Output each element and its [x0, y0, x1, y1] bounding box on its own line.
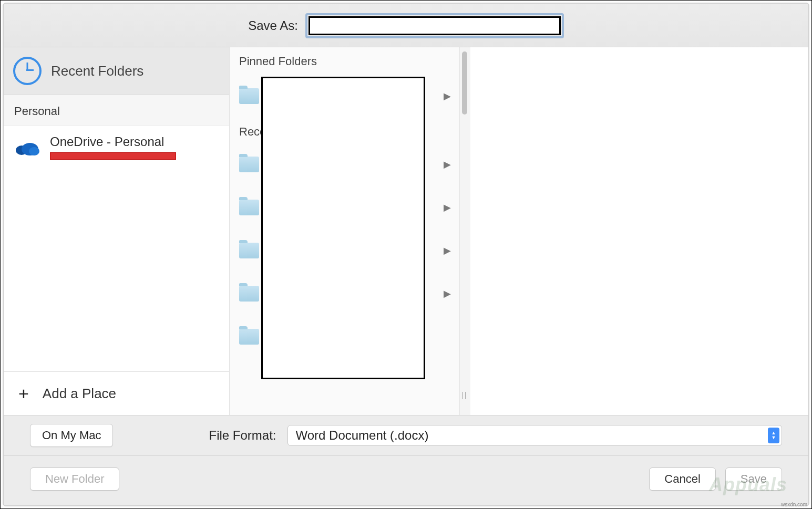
sidebar-section-personal: Personal [4, 95, 229, 126]
sidebar-spacer [4, 168, 229, 371]
folder-icon [239, 157, 259, 172]
save-as-label: Save As: [248, 18, 298, 33]
save-button[interactable]: Save [725, 468, 782, 491]
folder-icon [239, 88, 259, 104]
sidebar-item-onedrive[interactable]: OneDrive - Personal [4, 126, 229, 168]
filename-input[interactable] [309, 16, 561, 35]
add-place-label: Add a Place [43, 386, 116, 402]
preview-panel [470, 47, 808, 415]
sidebar: Recent Folders Personal OneDrive - Perso… [4, 47, 230, 415]
on-my-mac-button[interactable]: On My Mac [30, 424, 113, 447]
dialog-inner: Save As: Recent Folders Personal [3, 3, 809, 506]
resize-handle-icon: || [461, 391, 467, 399]
recent-folders-label: Recent Folders [51, 63, 143, 79]
folder-icon [239, 243, 259, 258]
pinned-folders-header: Pinned Folders [230, 47, 459, 75]
sidebar-item-recent-folders[interactable]: Recent Folders [4, 47, 229, 95]
save-as-header: Save As: [4, 4, 808, 47]
folder-column: Pinned Folders ▶ Rece ▶ ▶ [230, 47, 460, 415]
file-format-value: Word Document (.docx) [295, 428, 428, 443]
file-format-select[interactable]: Word Document (.docx) ▲▼ [287, 425, 782, 446]
select-caret-icon: ▲▼ [768, 428, 779, 443]
redaction-overlay [261, 77, 425, 379]
redacted-account [50, 152, 176, 160]
cancel-button[interactable]: Cancel [649, 468, 715, 491]
chevron-right-icon: ▶ [444, 202, 451, 213]
chevron-right-icon: ▶ [444, 159, 451, 170]
dialog-body: Recent Folders Personal OneDrive - Perso… [4, 47, 808, 415]
new-folder-button[interactable]: New Folder [30, 468, 119, 491]
clock-icon [13, 57, 42, 85]
folder-icon [239, 329, 259, 345]
folder-icon [239, 200, 259, 215]
file-format-label: File Format: [209, 428, 276, 443]
sidebar-item-add-place[interactable]: + Add a Place [4, 371, 229, 415]
plus-icon: + [18, 385, 29, 402]
button-bar: New Folder Cancel Save [4, 456, 808, 505]
svg-point-2 [29, 147, 39, 155]
scrollbar[interactable]: || [460, 47, 470, 415]
chevron-right-icon: ▶ [444, 245, 451, 256]
onedrive-icon [14, 138, 39, 157]
folder-icon [239, 286, 259, 302]
onedrive-text: OneDrive - Personal [50, 134, 176, 160]
chevron-right-icon: ▶ [444, 288, 451, 299]
scrollbar-thumb[interactable] [462, 51, 467, 115]
format-bar: On My Mac File Format: Word Document (.d… [4, 415, 808, 456]
onedrive-title: OneDrive - Personal [50, 134, 176, 149]
save-dialog: Save As: Recent Folders Personal [0, 0, 812, 509]
chevron-right-icon: ▶ [444, 90, 451, 102]
filename-focus-ring [305, 13, 564, 38]
